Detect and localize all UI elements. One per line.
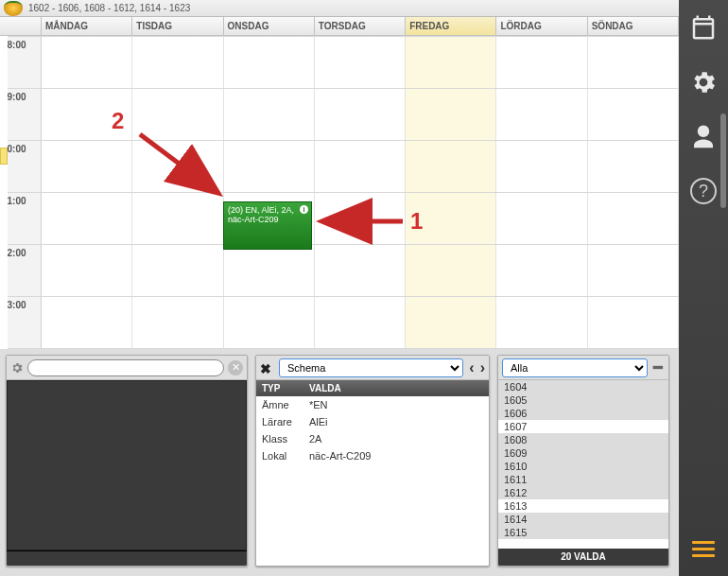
search-input[interactable] [27, 359, 224, 376]
list-item[interactable]: 1610 [498, 460, 668, 473]
panel-left: ✕ [6, 355, 248, 567]
day-header-tue[interactable]: TISDAG [132, 17, 223, 36]
day-column[interactable] [42, 36, 132, 349]
col-header-typ[interactable]: TYP [256, 380, 303, 396]
calendar-icon[interactable] [689, 13, 718, 42]
panel-left-body[interactable] [7, 380, 247, 550]
day-header-fri[interactable]: FREDAG [406, 17, 496, 36]
title-bar: 1602 - 1606, 1608 - 1612, 1614 - 1623 [0, 0, 679, 17]
menu-icon[interactable] [692, 537, 715, 561]
filter-select[interactable]: Alla [502, 358, 648, 377]
day-header-sat[interactable]: LÖRDAG [496, 17, 587, 36]
day-header-thu[interactable]: TORSDAG [315, 17, 406, 36]
panel-left-status [7, 550, 247, 566]
minus-icon[interactable]: ━ [651, 358, 665, 376]
help-icon[interactable]: ? [690, 178, 717, 204]
next-arrow-icon[interactable]: › [480, 359, 485, 376]
panel-middle-toolbar: ✖ Schema ‹ › [256, 356, 489, 380]
day-header-sun[interactable]: SÖNDAG [588, 17, 679, 36]
day-header-row: MÅNDAG TISDAG ONSDAG TORSDAG FREDAG LÖRD… [0, 17, 679, 36]
calendar-grid[interactable]: 08:00 09:00 10:00 11:00 12:00 13:00 i (2… [0, 36, 679, 349]
panel-right-toolbar: Alla ━ [498, 356, 668, 380]
table-row[interactable]: Ämne*EN [256, 396, 489, 413]
event-text-line1: (20) EN, AlEi, 2A, [228, 205, 307, 215]
close-icon[interactable]: ✖ [260, 361, 273, 375]
app-logo-icon [4, 1, 23, 16]
day-header-wed[interactable]: ONSDAG [224, 17, 315, 36]
list-item[interactable]: 1604 [498, 380, 668, 393]
prev-arrow-icon[interactable]: ‹ [469, 359, 474, 376]
list-item[interactable]: 1612 [498, 486, 668, 499]
window-title: 1602 - 1606, 1608 - 1612, 1614 - 1623 [28, 3, 190, 13]
scrollbar[interactable] [720, 113, 726, 208]
lower-panel-row: ✕ ✖ Schema ‹ › TYP VALDA Ämne*EN LärareA… [0, 349, 679, 576]
list-item[interactable]: 1605 [498, 393, 668, 407]
list-item[interactable]: 1608 [498, 433, 668, 446]
day-column[interactable] [588, 36, 679, 349]
day-column[interactable] [224, 36, 315, 349]
day-header-mon[interactable]: MÅNDAG [42, 17, 132, 36]
list-item[interactable]: 1606 [498, 407, 668, 420]
right-sidebar: ? [679, 0, 728, 576]
day-column[interactable] [406, 36, 496, 349]
day-column[interactable] [132, 36, 223, 349]
table-row[interactable]: Klass2A [256, 430, 489, 447]
event-info-icon[interactable]: i [300, 205, 308, 214]
gear-icon[interactable] [10, 361, 24, 375]
list-item[interactable]: 1615 [498, 526, 668, 539]
table-row[interactable]: LärareAlEi [256, 413, 489, 430]
annotation-label-1: 1 [410, 208, 423, 235]
header-corner [0, 17, 42, 36]
list-item[interactable]: 1607 [498, 420, 668, 433]
table-row[interactable]: Lokalnäc-Art-C209 [256, 447, 489, 464]
clear-search-icon[interactable]: ✕ [228, 360, 243, 375]
gears-icon[interactable] [689, 68, 718, 96]
event-text-line2: näc-Art-C209 [228, 215, 307, 224]
panel-left-toolbar: ✕ [7, 356, 247, 380]
calendar-area: 1602 - 1606, 1608 - 1612, 1614 - 1623 MÅ… [0, 0, 679, 349]
calendar-event[interactable]: i (20) EN, AlEi, 2A, näc-Art-C209 [223, 201, 312, 250]
schema-select[interactable]: Schema [279, 358, 463, 377]
panel-right: Alla ━ 160416051606160716081609161016111… [497, 355, 669, 567]
list-item[interactable]: 1611 [498, 473, 668, 486]
selection-table: TYP VALDA Ämne*EN LärareAlEi Klass2A Lok… [256, 380, 489, 464]
list-item[interactable]: 1614 [498, 513, 668, 526]
panel-right-footer: 20 VALDA [498, 549, 668, 566]
annotation-label-2: 2 [112, 108, 124, 134]
list-item[interactable]: 1613 [498, 499, 668, 513]
list-item[interactable]: 1609 [498, 446, 668, 460]
margin-marker [0, 148, 8, 165]
day-column[interactable] [315, 36, 406, 349]
col-header-valda[interactable]: VALDA [303, 380, 489, 396]
panel-middle: ✖ Schema ‹ › TYP VALDA Ämne*EN LärareAlE… [255, 355, 490, 567]
day-column[interactable] [496, 36, 587, 349]
left-margin-strip [0, 36, 8, 349]
week-list[interactable]: 1604160516061607160816091610161116121613… [498, 380, 668, 549]
person-icon[interactable] [689, 123, 718, 151]
